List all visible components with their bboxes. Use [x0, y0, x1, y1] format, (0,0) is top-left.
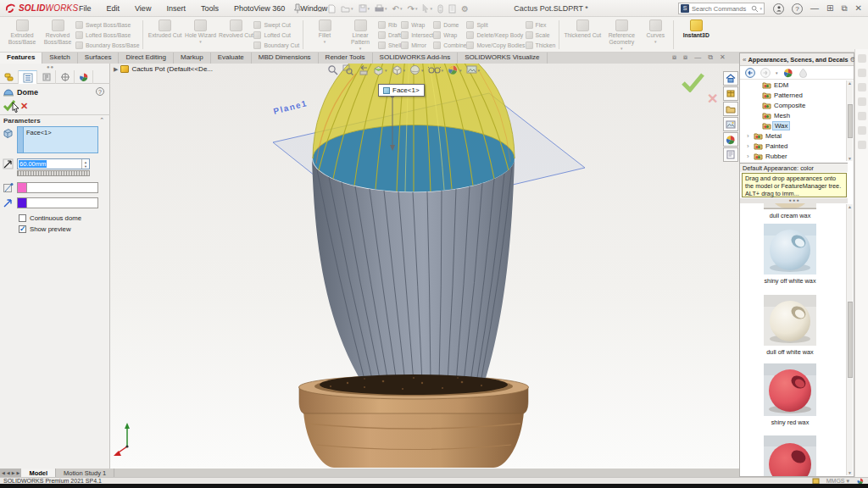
view-palette-tab[interactable] — [723, 117, 738, 131]
tab-solidworks-addins[interactable]: SOLIDWORKS Add-Ins — [373, 53, 459, 64]
paint-appearance-icon[interactable] — [798, 68, 808, 78]
lofted-cut-button[interactable]: Lofted Cut — [253, 30, 299, 39]
instant3d-button[interactable]: Instant3D — [677, 18, 715, 52]
rebuild-icon[interactable] — [437, 4, 443, 14]
motion-study-tab[interactable]: Motion Study 1 — [56, 469, 114, 477]
design-library-tab[interactable] — [723, 86, 738, 101]
parameters-header[interactable]: Parameters — [3, 117, 41, 125]
print-icon[interactable]: ▾ — [375, 4, 387, 13]
scroll-up-icon[interactable]: ▲ — [848, 204, 852, 209]
doc-next-icon[interactable]: ⧇ — [683, 53, 687, 63]
search-dropdown-icon[interactable]: ▾ — [760, 6, 762, 11]
scroll-down-icon[interactable]: ▼ — [848, 470, 852, 475]
swatch-dull-cream-wax[interactable]: dull cream wax — [751, 203, 829, 219]
tab-scroll-arrows[interactable]: ◀◀▶▶ — [0, 469, 21, 477]
solidworks-resources-tab[interactable] — [723, 71, 738, 86]
draft-button[interactable]: Draft — [378, 30, 401, 39]
thickened-cut-button[interactable]: Thickened Cut — [563, 18, 602, 52]
checkbox-unchecked[interactable] — [19, 214, 26, 222]
swatch-dull-off-white-wax[interactable]: dull off white wax — [751, 295, 829, 356]
direction-reference-field[interactable] — [17, 197, 98, 208]
display-style-button[interactable]: ▾ — [409, 64, 424, 75]
shell-button[interactable]: Shell — [378, 41, 401, 49]
restore-button[interactable]: ⧉ — [841, 2, 847, 15]
doc-minimize-button[interactable]: — — [694, 53, 701, 63]
doc-close-button[interactable]: ✕ — [720, 53, 726, 63]
ghost-tab-icon[interactable] — [858, 126, 866, 135]
menu-tools[interactable]: Tools — [193, 4, 226, 13]
menu-insert[interactable]: Insert — [159, 4, 193, 13]
scroll-thumb[interactable] — [848, 302, 853, 378]
tree-item-composite[interactable]: Composite — [740, 100, 848, 110]
tree-item-rubber[interactable]: ›Rubber — [740, 151, 848, 161]
sketch-reference-field[interactable] — [17, 182, 98, 193]
confirmation-ok-button[interactable] — [680, 72, 705, 92]
appearances-home-icon[interactable] — [783, 68, 793, 78]
dome-distance-field[interactable]: 60.00mm ▲▼ — [17, 158, 90, 169]
thicken-button[interactable]: Thicken — [526, 41, 556, 49]
dome-button[interactable]: Dome — [433, 20, 466, 29]
show-preview-checkbox[interactable]: Show preview — [19, 225, 71, 233]
flyout-expand-icon[interactable]: ▶ — [114, 66, 118, 73]
tree-item-painted[interactable]: ›Painted — [740, 141, 848, 151]
tab-markup[interactable]: Markup — [174, 53, 211, 64]
move-copy-bodies-button[interactable]: Move/Copy Bodies — [466, 41, 525, 49]
swatch-shiny-off-white-wax[interactable]: shiny off white wax — [751, 224, 829, 285]
combine-button[interactable]: Combine — [433, 41, 466, 49]
redo-icon[interactable]: ↷▾ — [408, 4, 418, 14]
ghost-tab-icon[interactable] — [858, 54, 866, 63]
confirmation-cancel-button[interactable]: ✕ — [707, 91, 718, 107]
tab-evaluate[interactable]: Evaluate — [211, 53, 252, 64]
custom-properties-tab[interactable] — [723, 147, 738, 162]
collapse-chevron-icon[interactable]: ⌃ — [99, 117, 104, 124]
search-commands-box[interactable]: S ▾ — [678, 3, 765, 14]
thumbwheel-slider[interactable] — [17, 170, 90, 176]
featuremanager-tree-tab[interactable] — [0, 70, 19, 84]
fillet-button[interactable]: Fillet▾ — [307, 18, 342, 52]
tree-item-mesh[interactable]: Mesh — [740, 110, 848, 120]
swatch-dull-red-wax-partial[interactable] — [751, 435, 829, 476]
zoom-to-fit-button[interactable] — [327, 64, 338, 75]
tab-direct-editing[interactable]: Direct Editing — [119, 53, 174, 64]
search-scope-icon[interactable]: S — [681, 4, 689, 13]
doc-prev-icon[interactable]: ⧇ — [672, 53, 676, 63]
collapse-pane-icon[interactable]: « — [743, 56, 746, 64]
swatch-scrollbar[interactable]: ▲ ▼ — [846, 204, 853, 475]
extruded-boss-button[interactable]: Extruded Boss/Base — [4, 18, 40, 52]
boundary-boss-button[interactable]: Boundary Boss/Base — [75, 41, 139, 49]
swatch-shiny-red-wax[interactable]: shiny red wax — [751, 363, 829, 426]
panel-grip[interactable]: ●● — [47, 64, 54, 69]
ghost-tab-icon[interactable] — [858, 83, 866, 92]
ghost-tab-icon[interactable] — [858, 112, 866, 120]
file-properties-icon[interactable] — [448, 4, 456, 14]
close-button[interactable]: ✕ — [855, 2, 862, 15]
zoom-to-area-button[interactable] — [342, 64, 353, 75]
swept-cut-button[interactable]: Swept Cut — [253, 20, 299, 29]
menu-edit[interactable]: Edit — [99, 4, 128, 13]
configuration-manager-tab[interactable] — [37, 70, 56, 84]
file-explorer-tab[interactable] — [723, 102, 738, 116]
undo-icon[interactable]: ↶▾ — [392, 4, 403, 14]
scroll-thumb[interactable] — [848, 104, 853, 138]
search-input[interactable] — [692, 5, 751, 13]
propertymanager-tab[interactable] — [19, 70, 37, 84]
ghost-tab-icon[interactable] — [858, 69, 866, 77]
intersect-button[interactable]: Intersect — [401, 30, 433, 39]
curves-button[interactable]: Curves▾ — [641, 18, 670, 52]
new-document-icon[interactable] — [328, 4, 336, 14]
dimxpert-tab[interactable] — [56, 70, 75, 84]
linear-pattern-button[interactable]: Linear Pattern▾ — [342, 18, 378, 52]
swept-boss-button[interactable]: Swept Boss/Base — [75, 20, 139, 29]
lofted-boss-button[interactable]: Lofted Boss/Base — [75, 30, 139, 39]
revolved-boss-button[interactable]: Revolved Boss/Base — [40, 18, 75, 52]
tab-render-tools[interactable]: Render Tools — [319, 53, 373, 64]
doc-restore-button[interactable]: ⧉ — [708, 53, 713, 63]
appearances-scenes-tab[interactable] — [723, 132, 738, 147]
split-button[interactable]: Split — [466, 20, 525, 29]
ghost-tab-icon[interactable] — [858, 97, 866, 106]
previous-view-button[interactable] — [358, 64, 369, 75]
revolved-cut-button[interactable]: Revolved Cut — [218, 18, 253, 52]
open-document-icon[interactable]: ▾ — [341, 5, 353, 13]
display-manager-tab[interactable] — [75, 70, 93, 84]
view-orientation-button[interactable]: ▾ — [392, 64, 406, 75]
